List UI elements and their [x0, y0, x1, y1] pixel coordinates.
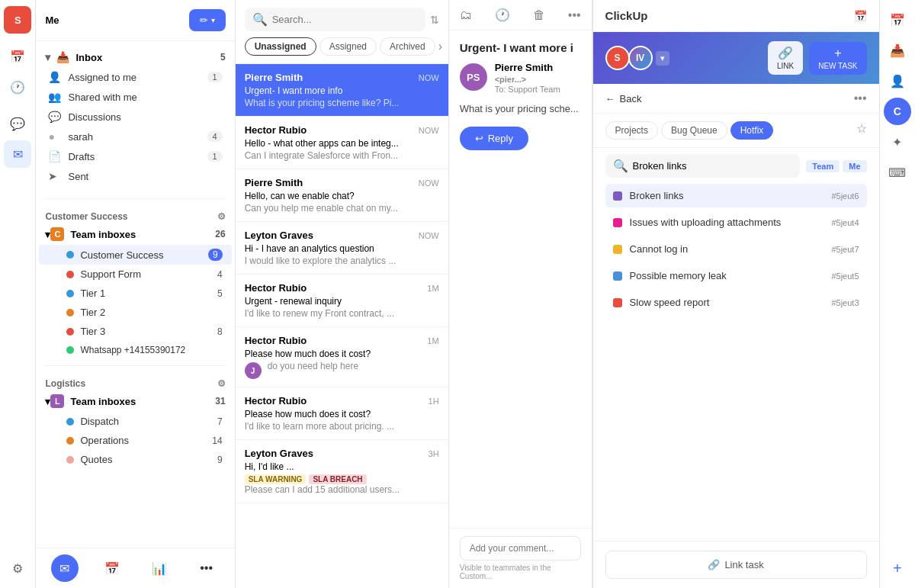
tab-arrow-icon[interactable]: › [438, 40, 442, 53]
right-wand-icon[interactable]: ✦ [884, 128, 911, 156]
task-item[interactable]: Broken links #5jeut6 [605, 184, 867, 207]
message-preview: What is your pricing scheme like? Pi... [245, 98, 439, 108]
message-items: Pierre Smith NOW Urgent- I want more inf… [236, 64, 448, 588]
avatar-dropdown-btn[interactable]: ▾ [656, 51, 669, 66]
message-subject: Hello, can we enable chat? [245, 191, 439, 201]
archive-icon[interactable]: 🗂 [460, 8, 472, 22]
clickup-back-bar: ← Back ••• [593, 84, 879, 114]
mail-icon[interactable]: ✉ [4, 140, 31, 168]
settings-gear-icon[interactable]: ⚙ [217, 211, 226, 222]
reply-button[interactable]: ↩ Reply [460, 127, 528, 150]
cu-link-btn[interactable]: 🔗 LINK [768, 41, 803, 75]
tab-projects[interactable]: Projects [605, 121, 658, 140]
right-inbox-icon[interactable]: 📥 [884, 37, 911, 64]
task-item[interactable]: Possible memory leak #5jeut5 [605, 264, 867, 288]
task-item[interactable]: Issues with uploading attachments #5jeut… [605, 210, 867, 234]
tabs-row: Unassigned Assigned Archived › [245, 37, 439, 56]
back-button[interactable]: ← Back [605, 93, 642, 104]
message-item[interactable]: Pierre Smith NOW Urgent- I want more inf… [236, 64, 448, 117]
search-input[interactable] [272, 14, 418, 25]
link-task-button[interactable]: 🔗 Link task [605, 551, 867, 579]
sidebar-item-drafts[interactable]: 📄 Drafts 1 [39, 146, 231, 166]
sidebar-item-tier2[interactable]: Tier 2 [39, 303, 231, 322]
sidebar-item-discussions[interactable]: 💬 Discussions [39, 107, 231, 127]
bottom-compose-icon[interactable]: ✉ [51, 554, 79, 582]
sidebar-item-sent[interactable]: ➤ Sent [39, 166, 231, 186]
right-calendar-icon[interactable]: 📅 [884, 6, 911, 34]
sidebar-item-sarah[interactable]: ● sarah 4 [39, 127, 231, 146]
logistics-settings-icon[interactable]: ⚙ [217, 378, 226, 389]
right-c-icon[interactable]: C [884, 98, 911, 125]
cu-new-task-btn[interactable]: + NEW TASK [809, 42, 866, 75]
user-avatar[interactable]: S [4, 6, 31, 34]
filter-icon[interactable]: ⇅ [430, 14, 439, 26]
chat-icon[interactable]: 💬 [4, 110, 31, 137]
sidebar-item-customer-success[interactable]: Customer Success 9 [39, 245, 231, 265]
clock-icon[interactable]: 🕐 [4, 73, 31, 101]
comment-input[interactable] [460, 536, 581, 561]
sidebar-item-quotes[interactable]: Quotes 9 [39, 450, 231, 469]
bottom-calendar-icon[interactable]: 📅 [98, 554, 126, 582]
settings-icon[interactable]: ⚙ [4, 554, 31, 582]
task-item[interactable]: Slow speed report #5jeut3 [605, 291, 867, 314]
cu-search-input[interactable] [633, 160, 793, 172]
detail-body: Urgent- I want more i PS Pierre Smith <p… [449, 31, 592, 528]
team-inboxes-header[interactable]: ▾ C Team inboxes 26 [36, 223, 234, 245]
message-item[interactable]: Leyton Graves NOW Hi - I have an analyti… [236, 222, 448, 275]
right-person-icon[interactable]: 👤 [884, 67, 911, 95]
back-arrow-icon: ← [605, 93, 615, 104]
star-icon[interactable]: ☆ [856, 121, 867, 140]
clock-detail-icon[interactable]: 🕐 [495, 8, 510, 22]
me-badge[interactable]: Me [843, 160, 866, 172]
bottom-more-icon[interactable]: ••• [193, 554, 220, 582]
calendar-top-icon[interactable]: 📅 [854, 10, 867, 22]
sidebar-item-assigned[interactable]: 👤 Assigned to me 1 [39, 67, 231, 87]
sender-name: Hector Rubio [245, 395, 307, 406]
sidebar-item-whatsapp[interactable]: Whatsapp +14155390172 [39, 341, 231, 359]
tab-hotfix[interactable]: Hotfix [730, 121, 774, 140]
sidebar-item-shared[interactable]: 👥 Shared with me [39, 87, 231, 107]
more-icon[interactable]: ••• [568, 8, 581, 22]
task-id: #5jeut6 [831, 191, 859, 201]
calendar-icon[interactable]: 📅 [4, 43, 31, 70]
message-item[interactable]: Hector Rubio 1M Urgent - renewal inquiry… [236, 275, 448, 327]
message-item[interactable]: Pierre Smith NOW Hello, can we enable ch… [236, 169, 448, 222]
tab-assigned[interactable]: Assigned [319, 37, 377, 56]
message-time: NOW [419, 178, 439, 188]
team-badge[interactable]: Team [806, 160, 840, 172]
message-detail: 🗂 🕐 🗑 ••• Urgent- I want more i PS Pierr… [449, 0, 592, 588]
search-bar: 🔍 [245, 8, 425, 31]
task-dot-icon [613, 245, 622, 254]
trash-icon[interactable]: 🗑 [533, 8, 545, 22]
sidebar-item-tier1[interactable]: Tier 1 5 [39, 284, 231, 303]
logistics-group: ▾ L Team inboxes 31 Dispatch 7 Operation… [36, 390, 234, 469]
task-item[interactable]: Cannot log in #5jeut7 [605, 237, 867, 261]
logistics-team-inboxes-header[interactable]: ▾ L Team inboxes 31 [36, 390, 234, 412]
link-task-icon: 🔗 [708, 559, 720, 570]
sidebar-item-operations[interactable]: Operations 14 [39, 431, 231, 450]
message-time: 3H [429, 449, 439, 458]
message-item[interactable]: Leyton Graves 3H Hi, I'd like ... SLA WA… [236, 440, 448, 503]
task-name: Issues with uploading attachments [630, 217, 832, 228]
sidebar-item-tier3[interactable]: Tier 3 8 [39, 322, 231, 341]
more-options-icon[interactable]: ••• [854, 92, 867, 105]
tab-archived[interactable]: Archived [380, 37, 435, 56]
sidebar-item-support-form[interactable]: Support Form 4 [39, 265, 231, 284]
inbox-row[interactable]: ▾ 📥 Inbox 5 [36, 47, 234, 67]
compose-button[interactable]: ✏ ▾ [189, 9, 226, 31]
right-keyboard-icon[interactable]: ⌨ [884, 159, 911, 186]
message-item[interactable]: Hector Rubio NOW Hello - what other apps… [236, 117, 448, 169]
sender-name: Pierre Smith [245, 177, 303, 188]
t1-dot-icon [66, 290, 74, 297]
compose-icon: ✏ [200, 14, 208, 26]
tab-bug-queue[interactable]: Bug Queue [661, 121, 727, 140]
sidebar-bottom: ✉ 📅 📊 ••• [36, 548, 234, 588]
sidebar-item-dispatch[interactable]: Dispatch 7 [39, 412, 231, 431]
message-item[interactable]: Hector Rubio 1M Please how much does it … [236, 327, 448, 387]
link-icon: 🔗 [778, 46, 793, 60]
message-item[interactable]: Hector Rubio 1H Please how much does it … [236, 387, 448, 440]
right-plus-icon[interactable]: + [884, 554, 911, 582]
bottom-chart-icon[interactable]: 📊 [146, 554, 173, 582]
clickup-link-task-bar: 🔗 Link task [593, 541, 879, 588]
tab-unassigned[interactable]: Unassigned [245, 37, 316, 56]
